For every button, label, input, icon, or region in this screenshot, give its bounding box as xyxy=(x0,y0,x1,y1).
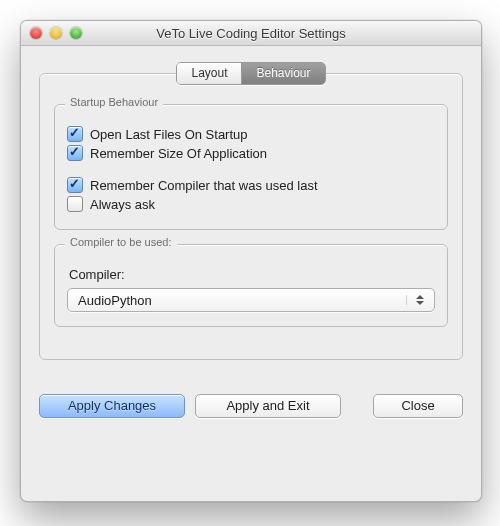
tab-layout[interactable]: Layout xyxy=(177,63,242,84)
apply-and-exit-button[interactable]: Apply and Exit xyxy=(195,394,341,418)
window-close-button[interactable] xyxy=(30,27,42,39)
tab-behaviour[interactable]: Behaviour xyxy=(242,63,324,84)
window-zoom-button[interactable] xyxy=(70,27,82,39)
remember-compiler-label: Remember Compiler that was used last xyxy=(90,178,318,193)
settings-window: VeTo Live Coding Editor Settings Layout … xyxy=(20,20,482,502)
open-last-files-label: Open Last Files On Startup xyxy=(90,127,248,142)
compiler-select-value: AudioPython xyxy=(78,293,152,308)
open-last-files-checkbox[interactable] xyxy=(67,126,83,142)
behaviour-panel: Startup Behaviour Open Last Files On Sta… xyxy=(39,73,463,360)
remember-compiler-checkbox[interactable] xyxy=(67,177,83,193)
window-title: VeTo Live Coding Editor Settings xyxy=(21,26,481,41)
startup-behaviour-group: Startup Behaviour Open Last Files On Sta… xyxy=(54,104,448,230)
compiler-group: Compiler to be used: Compiler: AudioPyth… xyxy=(54,244,448,327)
compiler-select[interactable]: AudioPython xyxy=(67,288,435,312)
remember-size-label: Remember Size Of Application xyxy=(90,146,267,161)
always-ask-label: Always ask xyxy=(90,197,155,212)
window-minimize-button[interactable] xyxy=(50,27,62,39)
popup-arrows-icon xyxy=(406,295,428,305)
startup-behaviour-legend: Startup Behaviour xyxy=(65,96,163,108)
titlebar: VeTo Live Coding Editor Settings xyxy=(21,21,481,46)
tab-bar: Layout Behaviour xyxy=(176,62,325,85)
close-button[interactable]: Close xyxy=(373,394,463,418)
apply-changes-button[interactable]: Apply Changes xyxy=(39,394,185,418)
always-ask-checkbox[interactable] xyxy=(67,196,83,212)
remember-size-checkbox[interactable] xyxy=(67,145,83,161)
dialog-button-row: Apply Changes Apply and Exit Close xyxy=(39,394,463,418)
compiler-field-label: Compiler: xyxy=(69,267,435,282)
compiler-group-legend: Compiler to be used: xyxy=(65,236,177,248)
